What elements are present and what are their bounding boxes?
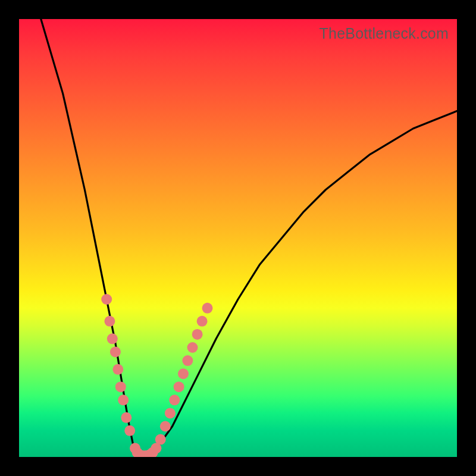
dot-marker [192, 329, 203, 340]
dot-marker [118, 394, 129, 405]
dot-marker [107, 333, 118, 344]
dot-marker [121, 412, 131, 423]
dot-marker [155, 434, 166, 445]
dot-marker [124, 425, 135, 436]
dot-marker [110, 346, 121, 357]
dot-marker [112, 364, 123, 375]
chart-plot-area: TheBottleneck.com [19, 19, 457, 457]
dot-marker [174, 381, 184, 392]
dot-marker [187, 342, 198, 353]
dot-marker [101, 294, 112, 305]
dot-marker [115, 381, 126, 392]
dot-marker [104, 316, 115, 327]
dot-marker [197, 316, 208, 327]
highlighted-dots [101, 294, 212, 457]
dot-marker [169, 394, 180, 405]
dot-marker [160, 421, 171, 432]
dot-marker [182, 355, 193, 366]
chart-svg [19, 19, 457, 457]
dot-marker [165, 408, 176, 418]
valley-curve [41, 19, 457, 457]
dot-marker [202, 303, 213, 314]
dot-marker [178, 368, 189, 379]
chart-frame: TheBottleneck.com [0, 0, 476, 476]
